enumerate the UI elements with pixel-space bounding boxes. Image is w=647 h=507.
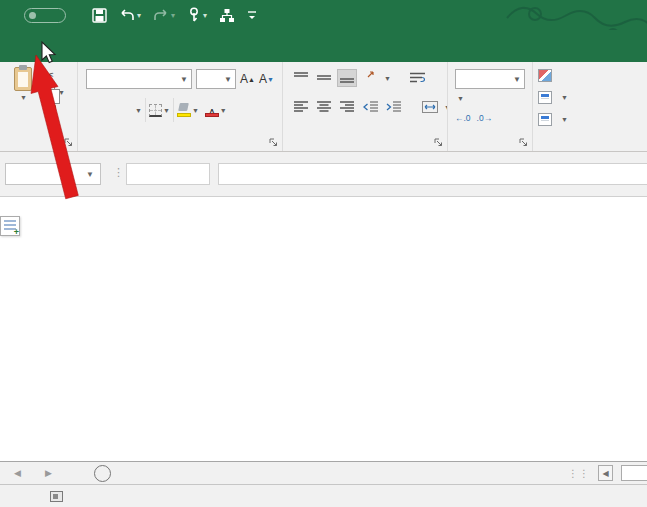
redo-icon (153, 9, 169, 22)
fill-color-button[interactable] (177, 103, 191, 117)
ribbon-group-alignment: ▼ ▼ (283, 62, 448, 151)
paste-clipboard-icon (14, 67, 32, 91)
customize-qat-button[interactable] (243, 8, 261, 22)
new-sheet-button[interactable] (94, 465, 111, 482)
sheet-tab-bar: ◀ ▶ ⋮⋮ ◀ (0, 461, 647, 484)
ribbon: ▼ ✂ ▼ ▼ ▼ A▲ A▼ (0, 62, 647, 152)
sheetbar-right: ⋮⋮ ◀ (568, 462, 647, 484)
name-box-dropdown-icon[interactable]: ▼ (86, 170, 94, 179)
cut-icon[interactable]: ✂ (44, 68, 65, 82)
merge-center-button[interactable] (420, 98, 440, 116)
touch-mode-dropdown-icon[interactable]: ▾ (203, 11, 207, 20)
ribbon-group-clipboard: ▼ ✂ ▼ (0, 62, 78, 151)
increase-indent-button[interactable] (383, 98, 403, 116)
font-color-button[interactable]: A (205, 103, 219, 117)
sheet-prev-icon[interactable]: ◀ (14, 468, 21, 478)
font-color-dropdown-icon[interactable]: ▼ (220, 107, 227, 114)
accounting-dropdown-icon[interactable]: ▼ (457, 95, 464, 102)
autofill-options-icon (4, 220, 16, 232)
ribbon-group-font: ▼ ▼ A▲ A▼ ▼ ▼ ▼ A ▼ (78, 62, 283, 151)
fill-color-swatch (177, 113, 191, 117)
name-box[interactable]: ▼ (5, 163, 101, 185)
ribbon-tab-bar (0, 30, 647, 62)
format-as-table-dropdown-icon: ▼ (561, 94, 568, 101)
number-dialog-launcher[interactable] (519, 138, 528, 147)
font-dialog-launcher[interactable] (269, 138, 278, 147)
align-right-button[interactable] (337, 98, 357, 116)
decrease-font-size-button[interactable]: A▼ (259, 72, 274, 86)
undo-dropdown-icon[interactable]: ▾ (137, 11, 141, 20)
undo-icon (119, 9, 135, 22)
undo-button[interactable]: ▾ (115, 7, 145, 24)
underline-dropdown-icon[interactable]: ▼ (135, 107, 142, 114)
hscroll-thumb[interactable] (621, 465, 647, 481)
save-icon (92, 8, 107, 23)
align-left-button[interactable] (291, 98, 311, 116)
borders-button[interactable] (149, 104, 162, 117)
clipboard-dialog-launcher[interactable] (64, 138, 73, 147)
format-painter-icon[interactable] (44, 105, 56, 111)
conditional-formatting-button[interactable] (538, 69, 556, 82)
worksheet-grid (0, 197, 647, 461)
orientation-button[interactable] (360, 69, 380, 87)
ribbon-group-number: ▼ ▼ ←.0 .0→ (448, 62, 533, 151)
copy-icon (44, 86, 55, 99)
autosave-dot-icon (29, 12, 36, 19)
number-format-dropdown-icon: ▼ (513, 75, 521, 84)
autosave-toggle[interactable] (18, 8, 66, 23)
sheet-nav: ◀ ▶ (0, 462, 52, 484)
top-align-button[interactable] (291, 69, 311, 87)
column-header-row (0, 197, 647, 216)
format-as-table-button[interactable]: ▼ (538, 91, 568, 104)
status-bar (0, 484, 647, 507)
quick-access-toolbar: ▾ ▾ ▾ (88, 5, 261, 25)
cell-styles-button[interactable]: ▼ (538, 113, 568, 126)
formula-buttons (126, 163, 210, 185)
diagram-button[interactable] (215, 6, 239, 25)
org-chart-icon (219, 8, 235, 23)
formula-input[interactable] (218, 163, 647, 185)
font-size-select[interactable]: ▼ (196, 69, 236, 89)
paste-dropdown-icon[interactable]: ▼ (20, 94, 27, 101)
font-name-dropdown-icon: ▼ (180, 75, 188, 84)
increase-font-size-button[interactable]: A▲ (240, 72, 255, 86)
paste-button[interactable]: ▼ (6, 67, 40, 129)
format-as-table-icon (538, 91, 552, 104)
fill-color-dropdown-icon[interactable]: ▼ (192, 107, 199, 114)
bottom-align-button[interactable] (337, 69, 357, 87)
increase-decimal-button[interactable]: ←.0 (455, 114, 471, 123)
cell-styles-icon (538, 113, 552, 126)
tab-splitter-icon[interactable]: ⋮⋮ (568, 468, 590, 479)
decrease-decimal-button[interactable]: .0→ (477, 114, 493, 123)
conditional-formatting-icon (538, 69, 552, 82)
customize-qat-icon (247, 10, 257, 20)
title-bar: ▾ ▾ ▾ (0, 0, 647, 30)
touch-mode-icon (187, 7, 201, 23)
font-color-swatch (205, 113, 219, 117)
macro-record-icon[interactable] (50, 491, 63, 502)
clipboard-small-buttons: ✂ ▼ (44, 68, 65, 111)
alignment-dialog-launcher[interactable] (434, 138, 443, 147)
font-size-dropdown-icon: ▼ (224, 75, 232, 84)
hscroll-left-icon[interactable]: ◀ (598, 465, 613, 481)
redo-dropdown-icon[interactable]: ▾ (171, 11, 175, 20)
autofill-options-button[interactable] (0, 216, 20, 236)
decrease-indent-button[interactable] (360, 98, 380, 116)
touch-mouse-mode-button[interactable]: ▾ (183, 5, 211, 25)
font-name-select[interactable]: ▼ (86, 69, 192, 89)
cell-styles-dropdown-icon: ▼ (561, 116, 568, 123)
borders-dropdown-icon[interactable]: ▼ (163, 107, 170, 114)
formula-bar-row: ▼ ⋮ (0, 152, 647, 197)
redo-button[interactable]: ▾ (149, 7, 179, 24)
sheet-next-icon[interactable]: ▶ (45, 468, 52, 478)
copy-button[interactable]: ▼ (44, 86, 65, 99)
center-button[interactable] (314, 98, 334, 116)
number-format-select[interactable]: ▼ (455, 69, 525, 89)
autosave-pill[interactable] (24, 8, 66, 23)
orientation-dropdown-icon[interactable]: ▼ (384, 75, 391, 82)
formula-bar-splitter[interactable]: ⋮ (113, 166, 124, 179)
wrap-text-button[interactable] (408, 69, 428, 87)
middle-align-button[interactable] (314, 69, 334, 87)
ribbon-group-styles: ▼ ▼ (533, 62, 647, 151)
save-button[interactable] (88, 6, 111, 25)
